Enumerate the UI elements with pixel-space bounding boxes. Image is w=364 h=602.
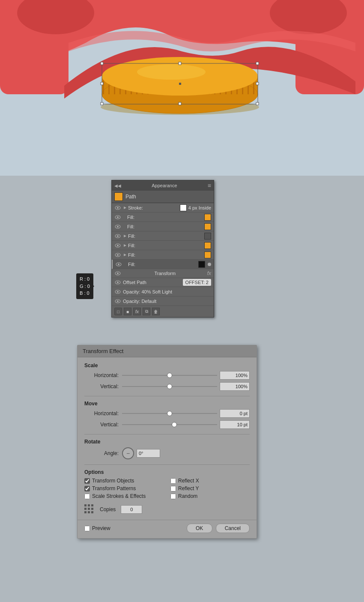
preview-checkbox[interactable] (84, 526, 90, 531)
fill4-visibility-icon[interactable] (114, 243, 121, 248)
angle-input[interactable] (137, 449, 160, 458)
fill5-expand-arrow[interactable]: ▶ (123, 253, 127, 257)
svg-rect-42 (256, 62, 259, 65)
move-v-thumb[interactable] (172, 422, 177, 427)
move-h-thumb[interactable] (167, 411, 172, 416)
path-label: Path (125, 194, 136, 200)
fill1-swatch[interactable] (204, 214, 211, 221)
fill5-visibility-icon[interactable] (114, 252, 121, 258)
move-v-slider[interactable] (122, 424, 217, 425)
grid-cell-9 (91, 511, 93, 513)
scale-h-input[interactable] (220, 371, 250, 380)
reflect-x-option[interactable]: Reflect X (170, 478, 250, 484)
fill4-swatch[interactable] (204, 242, 211, 249)
fill3-swatch[interactable] (204, 233, 211, 240)
scale-strokes-checkbox[interactable] (84, 494, 90, 499)
duplicate-icon[interactable]: ⧉ (143, 308, 150, 315)
random-option[interactable]: Random (170, 493, 250, 499)
stroke-visibility-icon[interactable] (114, 205, 121, 210)
transform-row[interactable]: Transform fx (112, 269, 214, 278)
svg-point-56 (117, 235, 119, 237)
svg-rect-44 (179, 102, 181, 105)
stroke-expand-arrow[interactable]: ▶ (123, 206, 127, 210)
random-checkbox[interactable] (170, 494, 176, 499)
stroke-label: Stroke: (128, 205, 180, 210)
fill1-label: Fill: (127, 215, 204, 220)
fill-row-4[interactable]: ▶ Fill: (112, 241, 214, 250)
offset-visibility-icon[interactable] (114, 280, 121, 285)
fill3-visibility-icon[interactable] (114, 234, 121, 239)
transform-patterns-checkbox[interactable] (84, 486, 90, 491)
grid-cell-2 (88, 504, 90, 506)
fill6-swatch[interactable] (198, 261, 205, 268)
scale-v-input[interactable] (220, 382, 250, 391)
scale-strokes-option[interactable]: Scale Strokes & Effects (84, 493, 164, 499)
delete-icon[interactable]: 🗑 (152, 308, 160, 315)
add-fill-icon[interactable]: □ (114, 308, 122, 315)
opacity2-label: Opacity: Default (123, 299, 156, 304)
stroke-swatch[interactable] (180, 204, 187, 211)
opacity-row-2[interactable]: Opacity: Default (112, 297, 214, 306)
transform-patterns-option[interactable]: Transform Patterns (84, 485, 164, 491)
offset-path-row[interactable]: Offset Path OFFSET: 2 (112, 278, 214, 287)
cancel-button[interactable]: Cancel (216, 524, 250, 533)
reflect-y-label: Reflect Y (178, 485, 199, 491)
scale-title: Scale (84, 362, 250, 368)
scale-section: Scale Horizontal: Vertical: (84, 362, 250, 391)
fill5-swatch[interactable] (204, 252, 211, 258)
scale-v-slider[interactable] (122, 386, 217, 387)
copies-input[interactable] (121, 505, 142, 514)
fill-row-2[interactable]: Fill: (112, 222, 214, 231)
fill2-label: Fill: (127, 224, 204, 229)
fill-row-6[interactable]: Fill: (112, 260, 214, 269)
move-v-input[interactable] (220, 420, 250, 429)
preview-option[interactable]: Preview (84, 525, 110, 531)
opacity-row-1[interactable]: Opacity: 40% Soft Light (112, 287, 214, 297)
stroke-row[interactable]: ▶ Stroke: 4 px Inside (112, 203, 214, 213)
canvas-area (0, 0, 364, 176)
fill4-expand-arrow[interactable]: ▶ (123, 243, 127, 248)
reflect-y-checkbox[interactable] (170, 486, 176, 491)
panel-collapse-btn[interactable]: ◀◀ (114, 183, 121, 188)
transform-objects-option[interactable]: Transform Objects (84, 478, 164, 484)
fill2-swatch[interactable] (204, 223, 211, 230)
svg-rect-41 (179, 62, 181, 65)
fill3-expand-arrow[interactable]: ▶ (123, 234, 127, 238)
panel-menu-btn[interactable]: ≡ (208, 182, 211, 189)
fill-row-1[interactable]: Fill: (112, 213, 214, 222)
svg-point-50 (117, 207, 119, 209)
angle-wheel[interactable]: − (122, 447, 134, 459)
bottom-area: R : 0 G : 0 B : 0 ◀◀ Appearance ≡ Path ▶… (0, 176, 364, 602)
scale-h-slider[interactable] (122, 375, 217, 376)
reflect-y-option[interactable]: Reflect Y (170, 485, 250, 491)
opacity1-visibility-icon[interactable] (114, 289, 121, 294)
add-stroke-icon[interactable]: ■ (124, 308, 131, 315)
angle-row: Angle: − (84, 447, 250, 459)
fill2-visibility-icon[interactable] (114, 224, 121, 229)
stroke-value: 4 px Inside (188, 205, 211, 210)
reflect-x-checkbox[interactable] (170, 478, 176, 484)
scale-v-thumb[interactable] (167, 384, 172, 389)
preview-label: Preview (92, 525, 110, 531)
move-vertical-row: Vertical: (84, 420, 250, 429)
transform-visibility-icon[interactable] (114, 271, 121, 276)
opacity1-label: Opacity: 40% Soft Light (123, 289, 172, 294)
copies-row: Copies (84, 504, 250, 515)
fill-row-3[interactable]: ▶ Fill: (112, 231, 214, 241)
fill4-label: Fill: (128, 243, 204, 248)
fill1-visibility-icon[interactable] (114, 215, 121, 220)
move-h-input[interactable] (220, 409, 250, 418)
svg-rect-48 (179, 83, 181, 85)
transform-objects-checkbox[interactable] (84, 478, 90, 484)
ok-button[interactable]: OK (187, 524, 212, 533)
fill-row-5[interactable]: ▶ Fill: (112, 250, 214, 260)
dialog-footer: Preview OK Cancel (78, 520, 257, 538)
scale-h-thumb[interactable] (167, 373, 172, 378)
transform-patterns-label: Transform Patterns (92, 485, 136, 491)
opacity2-visibility-icon[interactable] (114, 299, 121, 304)
move-h-slider[interactable] (122, 413, 217, 414)
svg-point-54 (117, 226, 119, 228)
fill6-visibility-icon[interactable] (115, 262, 122, 267)
fx-add-icon[interactable]: fx (133, 308, 141, 315)
svg-rect-47 (256, 82, 259, 85)
